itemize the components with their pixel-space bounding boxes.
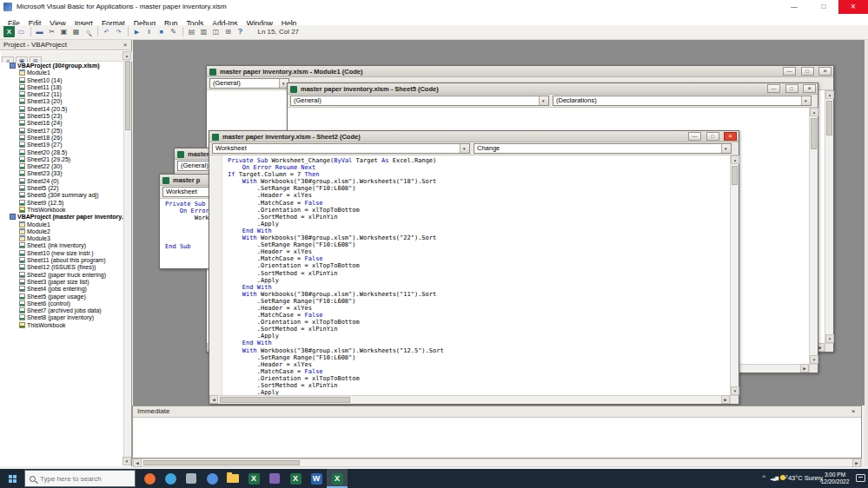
scroll-left-icon[interactable]: [209, 395, 218, 404]
scroll-up-icon[interactable]: [810, 108, 818, 116]
tree-item[interactable]: Sheet13 (20): [0, 98, 124, 105]
window-titlebar[interactable]: master paper inventory.xlsm - Module1 (C…: [207, 66, 833, 77]
project-panel-header[interactable]: Project - VBAProject: [0, 40, 131, 50]
immediate-horizontal-scrollbar[interactable]: [132, 458, 862, 467]
resize-corner[interactable]: [809, 364, 818, 373]
start-button[interactable]: [0, 469, 24, 488]
tree-item[interactable]: Sheet11 (about this program): [0, 257, 124, 264]
maximize-button[interactable]: [801, 67, 814, 76]
maximize-button[interactable]: [809, 0, 838, 14]
toolbox-button[interactable]: ⊞: [222, 26, 234, 37]
object-dropdown[interactable]: Worksheet: [212, 143, 470, 154]
scroll-down-icon[interactable]: [825, 334, 834, 343]
scrollbar-thumb[interactable]: [220, 397, 350, 403]
object-dropdown[interactable]: (General): [290, 96, 549, 106]
app-purple-icon[interactable]: [264, 469, 285, 488]
resize-corner[interactable]: [730, 395, 739, 404]
resize-corner[interactable]: [825, 343, 833, 352]
tree-item[interactable]: Module1: [0, 221, 124, 228]
close-icon[interactable]: [121, 41, 129, 49]
tree-item[interactable]: Sheet5 (paper usage): [0, 293, 124, 300]
tree-item[interactable]: Sheet16 (24): [0, 120, 124, 127]
file-explorer-icon[interactable]: [222, 469, 243, 488]
tree-item[interactable]: Sheet23 (33): [0, 170, 124, 177]
taskbar-search[interactable]: [24, 470, 136, 487]
tree-item[interactable]: Sheet24 (0): [0, 178, 124, 185]
close-button[interactable]: [818, 67, 832, 76]
tree-item[interactable]: Sheet20 (28.5): [0, 149, 124, 156]
tree-item[interactable]: Sheet10 (14): [0, 77, 124, 84]
chevron-down-icon[interactable]: [721, 144, 731, 153]
tree-item[interactable]: Sheet14 (20.5): [0, 106, 124, 113]
notification-center-icon[interactable]: [856, 474, 865, 482]
tree-item[interactable]: Sheet21 (29.25): [0, 156, 124, 163]
close-icon[interactable]: [849, 407, 858, 416]
window-titlebar[interactable]: master paper inventory.xlsm - Sheet5 (Co…: [288, 83, 818, 95]
task-view-icon[interactable]: [181, 469, 202, 488]
scroll-up-icon[interactable]: [123, 51, 131, 60]
tree-item[interactable]: Sheet11 (18): [0, 84, 124, 91]
procedure-dropdown[interactable]: (Declarations): [553, 96, 812, 106]
window-titlebar[interactable]: master paper inventory.xlsm - Sheet2 (Co…: [209, 131, 739, 142]
chevron-down-icon[interactable]: [801, 96, 811, 105]
break-button[interactable]: ‖: [143, 26, 155, 37]
immediate-titlebar[interactable]: Immediate: [133, 406, 861, 418]
design-mode-button[interactable]: ✎: [168, 26, 179, 37]
tree-item[interactable]: VBAProject (master paper inventory.xlsm): [0, 214, 124, 221]
network-icon[interactable]: [771, 475, 778, 480]
tree-item[interactable]: Sheet18 (26): [0, 135, 124, 142]
cut-button[interactable]: ✂: [46, 26, 57, 37]
object-browser-button[interactable]: ◫: [210, 26, 222, 37]
word-icon[interactable]: W: [306, 469, 327, 488]
scrollbar-thumb[interactable]: [143, 460, 300, 465]
code-text[interactable]: Private Sub Worksheet_Change(ByVal Targe…: [228, 157, 728, 404]
code-area[interactable]: Private Sub Worksheet_Change(ByVal Targe…: [209, 155, 739, 404]
immediate-window[interactable]: Immediate: [132, 406, 862, 458]
scrollbar-thumb[interactable]: [811, 118, 817, 149]
close-button[interactable]: [838, 0, 868, 14]
close-button[interactable]: [724, 132, 737, 141]
scroll-up-icon[interactable]: [825, 90, 834, 99]
app-titlebar[interactable]: Microsoft Visual Basic for Applications …: [0, 0, 868, 14]
tree-item[interactable]: Sheet9 (12.5): [0, 200, 124, 207]
minimize-button[interactable]: [783, 67, 796, 76]
tree-item[interactable]: Module2: [0, 228, 124, 235]
tree-item[interactable]: Sheet6 (30# summary adj): [0, 192, 124, 199]
tree-item[interactable]: ThisWorkbook: [0, 322, 124, 329]
tree-item[interactable]: Sheet12 (11): [0, 91, 124, 98]
maximize-button[interactable]: [785, 84, 798, 93]
view-excel-button[interactable]: X: [3, 26, 15, 37]
save-button[interactable]: ▬: [34, 26, 45, 37]
scroll-right-icon[interactable]: [721, 395, 730, 404]
excel-icon[interactable]: X: [243, 469, 264, 488]
toolbar-separator[interactable]: [28, 26, 33, 37]
paste-button[interactable]: ▦: [70, 26, 82, 37]
scroll-down-icon[interactable]: [731, 386, 739, 395]
edge-icon[interactable]: [160, 469, 181, 488]
insert-userform-button[interactable]: ▭: [16, 26, 27, 37]
tree-item[interactable]: Sheet7 (archived jobs data): [0, 307, 124, 314]
copy-button[interactable]: ▣: [58, 26, 70, 37]
scroll-down-icon[interactable]: [810, 355, 818, 364]
scroll-right-icon[interactable]: [852, 458, 861, 467]
tree-item[interactable]: Sheet17 (25): [0, 128, 124, 135]
redo-button[interactable]: ↷: [113, 26, 124, 37]
chrome-icon[interactable]: [202, 469, 222, 488]
hidden-icons-chevron-icon[interactable]: [762, 473, 765, 481]
properties-window-button[interactable]: ▥: [198, 26, 209, 37]
excel-icon-2[interactable]: X: [285, 469, 306, 488]
tree-item[interactable]: Module3: [0, 235, 124, 242]
reset-button[interactable]: ■: [156, 26, 167, 37]
tree-item[interactable]: Sheet10 (new size instr.): [0, 250, 124, 257]
minimize-button[interactable]: [767, 84, 780, 93]
maximize-button[interactable]: [706, 132, 719, 141]
scrollbar-thumb[interactable]: [826, 101, 832, 135]
tree-item[interactable]: Sheet1 (ink inventory): [0, 242, 124, 249]
tree-item[interactable]: ThisWorkbook: [0, 207, 124, 214]
project-explorer-button[interactable]: ▤: [186, 26, 197, 37]
firefox-icon[interactable]: [139, 469, 160, 488]
tree-item[interactable]: Module1: [0, 69, 124, 76]
vertical-scrollbar[interactable]: [730, 155, 739, 395]
vertical-scrollbar[interactable]: [809, 108, 818, 364]
toolbar-separator[interactable]: [125, 26, 130, 37]
